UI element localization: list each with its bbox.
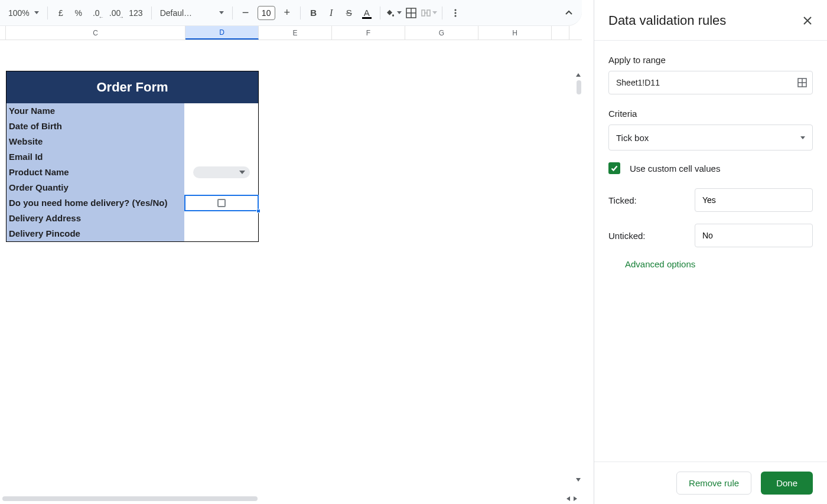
column-header-C[interactable]: C [6,26,185,40]
form-value-cell[interactable] [185,103,258,119]
done-button[interactable]: Done [761,472,813,495]
column-header-H[interactable]: H [478,26,552,40]
fill-color-button[interactable] [385,5,402,21]
criteria-dropdown[interactable]: Tick box [608,125,813,150]
more-toolbar-button[interactable] [447,5,464,21]
form-row: Delivery Address [6,211,258,226]
form-value-cell[interactable] [185,180,258,195]
merge-cells-button[interactable] [421,5,437,21]
form-value-cell[interactable] [185,165,258,180]
form-label: Delivery Address [6,211,185,226]
form-value-cell[interactable] [185,134,258,149]
svg-point-3 [454,9,456,11]
cell-fill-handle[interactable] [256,209,261,213]
zoom-value: 100% [8,8,30,18]
column-header-empty[interactable] [552,26,569,40]
horizontal-scrollbar[interactable] [0,493,582,504]
scroll-up-arrow-icon[interactable] [576,73,581,77]
apply-to-range-label: Apply to range [608,55,813,65]
italic-button[interactable]: I [323,5,340,21]
currency-button[interactable]: £ [53,5,69,21]
column-headers: CDEFGH [0,26,582,40]
chevron-down-icon [34,11,39,14]
ticked-value-input[interactable] [695,188,813,212]
advanced-options-link[interactable]: Advanced options [625,259,813,269]
form-row: Order Quantiy [6,180,258,195]
chevron-down-icon [239,171,245,174]
scroll-down-arrow-icon[interactable] [576,478,581,482]
merge-icon [421,8,431,18]
toolbar: 100% £ % .0 ← .00 → 123 Defaul… − + B I … [0,0,582,26]
panel-footer: Remove rule Done [594,462,827,504]
vertical-scrollbar[interactable] [575,80,581,480]
number-format-dropdown[interactable]: 123 [125,5,146,21]
spreadsheet-grid[interactable]: CDEFGH Order Form Your NameDate of Birth… [0,26,582,493]
custom-values-label: Use custom cell values [630,163,720,174]
column-header-E[interactable]: E [259,26,332,40]
criteria-value: Tick box [616,133,649,143]
chevron-down-icon [397,11,402,14]
column-header-F[interactable]: F [332,26,405,40]
chevron-down-icon [219,11,224,14]
column-header-empty[interactable] [0,26,6,40]
font-size-increase-button[interactable]: + [279,5,295,21]
horizontal-scroll-thumb[interactable] [2,496,258,501]
form-value-cell[interactable] [185,149,258,165]
collapse-toolbar-button[interactable] [561,5,577,21]
unticked-label: Unticked: [608,231,646,241]
scroll-right-arrow-icon[interactable] [574,496,577,501]
form-value-cell[interactable] [185,195,258,211]
select-range-icon[interactable] [797,78,807,87]
close-icon [802,15,813,26]
column-header-G[interactable]: G [405,26,478,40]
column-header-D[interactable]: D [185,26,259,40]
grid-body[interactable]: Order Form Your NameDate of BirthWebsite… [0,40,582,493]
form-row: Do you need home delivery? (Yes/No) [6,195,258,211]
decrease-decimal-button[interactable]: .0 ← [88,5,105,21]
form-label: Your Name [6,103,185,119]
font-size-decrease-button[interactable]: − [237,5,254,21]
panel-body: Apply to range Criteria Tick box Use cus… [594,41,827,462]
form-label: Delivery Pincode [6,226,185,241]
remove-rule-button[interactable]: Remove rule [676,472,751,495]
paint-bucket-icon [385,8,396,18]
checkmark-icon [610,164,618,172]
percent-button[interactable]: % [70,5,87,21]
vertical-scroll-thumb[interactable] [577,80,581,94]
chevron-up-icon [564,8,574,18]
unticked-value-input[interactable] [695,224,813,247]
svg-point-4 [454,12,456,14]
close-button[interactable] [802,15,813,26]
ticked-label: Ticked: [608,195,637,205]
text-color-swatch [362,17,372,19]
text-color-button[interactable]: A [359,5,375,21]
increase-decimal-button[interactable]: .00 → [106,5,124,21]
custom-values-checkbox[interactable] [608,162,620,174]
form-label: Website [6,134,185,149]
form-row: Date of Birth [6,119,258,134]
panel-title: Data validation rules [608,13,726,28]
form-value-cell[interactable] [185,226,258,241]
apply-to-range-input[interactable] [608,71,813,94]
borders-button[interactable] [403,5,419,21]
checkbox[interactable] [217,199,226,207]
strikethrough-button[interactable]: S [341,5,357,21]
separator [300,6,301,19]
form-title: Order Form [6,71,258,103]
dropdown-chip[interactable] [193,166,250,178]
chevron-down-icon [432,11,437,14]
chevron-down-icon [800,136,805,139]
form-value-cell[interactable] [185,211,258,226]
form-label: Do you need home delivery? (Yes/No) [6,195,185,211]
form-label: Product Name [6,165,185,180]
form-value-cell[interactable] [185,119,258,134]
separator [151,6,152,19]
zoom-dropdown[interactable]: 100% [5,5,43,21]
scroll-left-arrow-icon[interactable] [566,496,570,501]
separator [232,6,233,19]
form-row: Delivery Pincode [6,226,258,241]
font-family-dropdown[interactable]: Defaul… [157,5,227,21]
separator [47,6,48,19]
font-size-input[interactable] [258,6,275,20]
bold-button[interactable]: B [305,5,322,21]
